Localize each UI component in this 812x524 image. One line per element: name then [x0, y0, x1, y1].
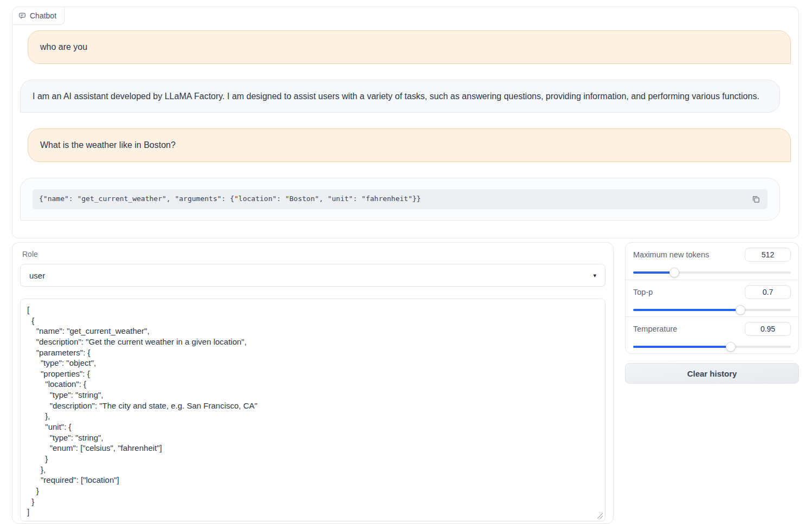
bot-message: I am an AI assistant developed by LLaMA … [20, 80, 780, 113]
code-block: {"name": "get_current_weather", "argumen… [33, 189, 768, 209]
input-panel: Role user ▾ [ { "name": "get_current_wea… [12, 242, 614, 524]
clear-history-button[interactable]: Clear history [625, 363, 799, 384]
user-message: What is the weather like in Boston? [28, 128, 791, 162]
user-message: who are you [28, 30, 791, 64]
slider-fill [633, 309, 740, 311]
chatbot-panel: Chatbot who are youI am an AI assistant … [12, 7, 799, 238]
slider-group: Maximum new tokensTop-pTemperature [625, 242, 799, 354]
role-dropdown-value: user [29, 271, 45, 280]
temperature-row: Temperature [626, 316, 798, 353]
tools-field-wrap: [ { "name": "get_current_weather", "desc… [20, 299, 605, 521]
slider-thumb[interactable] [726, 342, 736, 352]
temperature-input[interactable] [745, 322, 791, 336]
maximum-new-tokens-row: Maximum new tokens [626, 243, 798, 280]
chatbot-label: Chatbot [12, 7, 65, 25]
top-p-slider[interactable] [633, 305, 791, 315]
temperature-slider[interactable] [633, 342, 791, 352]
slider-fill [633, 346, 731, 348]
tools-input[interactable]: [ { "name": "get_current_weather", "desc… [20, 299, 605, 521]
maximum-new-tokens-label: Maximum new tokens [633, 250, 709, 259]
copy-icon [752, 195, 760, 203]
chevron-down-icon: ▾ [593, 272, 596, 279]
top-p-input[interactable] [745, 285, 791, 299]
temperature-label: Temperature [633, 325, 677, 333]
role-dropdown[interactable]: user ▾ [20, 264, 605, 287]
generation-params-panel: Maximum new tokensTop-pTemperature Clear… [625, 242, 799, 384]
slider-fill [633, 271, 674, 274]
code-text: {"name": "get_current_weather", "argumen… [39, 193, 750, 205]
bot-message: {"name": "get_current_weather", "argumen… [20, 178, 780, 221]
slider-thumb[interactable] [736, 305, 745, 315]
chat-message-list: who are youI am an AI assistant develope… [12, 7, 798, 238]
role-label: Role [22, 250, 605, 258]
chat-bubble-icon [18, 12, 26, 20]
top-p-label: Top-p [633, 288, 653, 296]
top-p-row: Top-p [626, 280, 798, 316]
slider-thumb[interactable] [669, 268, 679, 277]
chatbot-label-text: Chatbot [30, 11, 56, 20]
maximum-new-tokens-slider[interactable] [633, 268, 791, 277]
maximum-new-tokens-input[interactable] [745, 248, 791, 262]
copy-button[interactable] [750, 193, 762, 205]
